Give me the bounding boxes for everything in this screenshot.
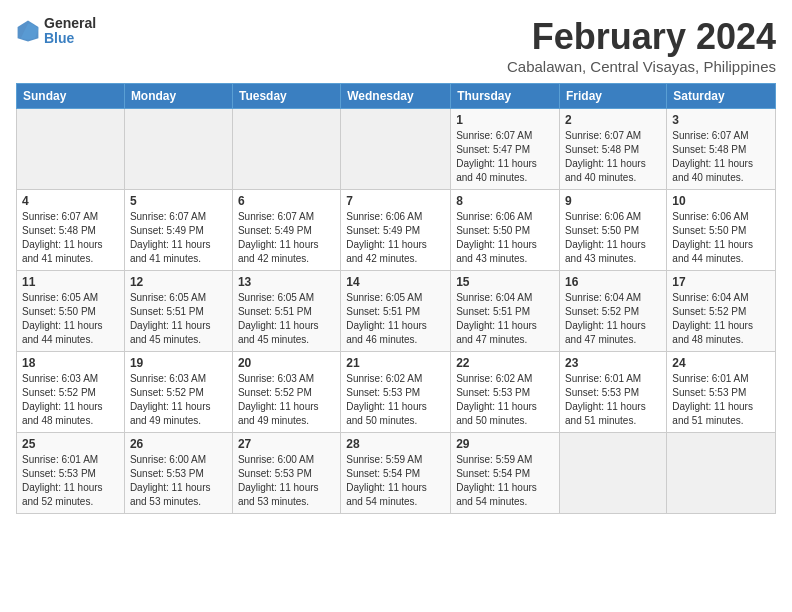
day-info: Sunrise: 6:04 AM Sunset: 5:52 PM Dayligh… <box>565 291 661 347</box>
day-info: Sunrise: 6:00 AM Sunset: 5:53 PM Dayligh… <box>238 453 335 509</box>
calendar-cell: 13Sunrise: 6:05 AM Sunset: 5:51 PM Dayli… <box>232 271 340 352</box>
day-info: Sunrise: 6:04 AM Sunset: 5:52 PM Dayligh… <box>672 291 770 347</box>
day-number: 4 <box>22 194 119 208</box>
calendar-week-row: 4Sunrise: 6:07 AM Sunset: 5:48 PM Daylig… <box>17 190 776 271</box>
day-info: Sunrise: 6:05 AM Sunset: 5:51 PM Dayligh… <box>238 291 335 347</box>
day-info: Sunrise: 6:07 AM Sunset: 5:47 PM Dayligh… <box>456 129 554 185</box>
day-number: 8 <box>456 194 554 208</box>
day-number: 19 <box>130 356 227 370</box>
day-number: 14 <box>346 275 445 289</box>
logo-text: General Blue <box>44 16 96 47</box>
day-info: Sunrise: 6:02 AM Sunset: 5:53 PM Dayligh… <box>346 372 445 428</box>
calendar-week-row: 1Sunrise: 6:07 AM Sunset: 5:47 PM Daylig… <box>17 109 776 190</box>
day-number: 15 <box>456 275 554 289</box>
day-number: 27 <box>238 437 335 451</box>
calendar-cell: 20Sunrise: 6:03 AM Sunset: 5:52 PM Dayli… <box>232 352 340 433</box>
day-number: 21 <box>346 356 445 370</box>
day-number: 20 <box>238 356 335 370</box>
calendar-cell: 12Sunrise: 6:05 AM Sunset: 5:51 PM Dayli… <box>124 271 232 352</box>
calendar-cell: 9Sunrise: 6:06 AM Sunset: 5:50 PM Daylig… <box>560 190 667 271</box>
day-info: Sunrise: 6:07 AM Sunset: 5:48 PM Dayligh… <box>672 129 770 185</box>
calendar-cell: 11Sunrise: 6:05 AM Sunset: 5:50 PM Dayli… <box>17 271 125 352</box>
calendar-cell: 28Sunrise: 5:59 AM Sunset: 5:54 PM Dayli… <box>341 433 451 514</box>
day-info: Sunrise: 6:02 AM Sunset: 5:53 PM Dayligh… <box>456 372 554 428</box>
calendar-table: SundayMondayTuesdayWednesdayThursdayFrid… <box>16 83 776 514</box>
logo: General Blue <box>16 16 96 47</box>
calendar-cell: 17Sunrise: 6:04 AM Sunset: 5:52 PM Dayli… <box>667 271 776 352</box>
calendar-cell: 21Sunrise: 6:02 AM Sunset: 5:53 PM Dayli… <box>341 352 451 433</box>
weekday-header: Wednesday <box>341 84 451 109</box>
calendar-cell: 24Sunrise: 6:01 AM Sunset: 5:53 PM Dayli… <box>667 352 776 433</box>
month-title: February 2024 <box>507 16 776 58</box>
day-info: Sunrise: 6:03 AM Sunset: 5:52 PM Dayligh… <box>238 372 335 428</box>
day-info: Sunrise: 6:04 AM Sunset: 5:51 PM Dayligh… <box>456 291 554 347</box>
weekday-header: Friday <box>560 84 667 109</box>
calendar-cell: 15Sunrise: 6:04 AM Sunset: 5:51 PM Dayli… <box>451 271 560 352</box>
day-number: 6 <box>238 194 335 208</box>
day-info: Sunrise: 6:07 AM Sunset: 5:48 PM Dayligh… <box>22 210 119 266</box>
day-info: Sunrise: 6:01 AM Sunset: 5:53 PM Dayligh… <box>565 372 661 428</box>
calendar-cell: 5Sunrise: 6:07 AM Sunset: 5:49 PM Daylig… <box>124 190 232 271</box>
weekday-header: Tuesday <box>232 84 340 109</box>
day-info: Sunrise: 6:03 AM Sunset: 5:52 PM Dayligh… <box>22 372 119 428</box>
day-info: Sunrise: 5:59 AM Sunset: 5:54 PM Dayligh… <box>456 453 554 509</box>
day-number: 16 <box>565 275 661 289</box>
day-number: 7 <box>346 194 445 208</box>
day-info: Sunrise: 6:05 AM Sunset: 5:51 PM Dayligh… <box>346 291 445 347</box>
calendar-cell: 4Sunrise: 6:07 AM Sunset: 5:48 PM Daylig… <box>17 190 125 271</box>
weekday-header: Saturday <box>667 84 776 109</box>
weekday-header: Sunday <box>17 84 125 109</box>
day-info: Sunrise: 6:00 AM Sunset: 5:53 PM Dayligh… <box>130 453 227 509</box>
calendar-cell: 6Sunrise: 6:07 AM Sunset: 5:49 PM Daylig… <box>232 190 340 271</box>
calendar-cell: 8Sunrise: 6:06 AM Sunset: 5:50 PM Daylig… <box>451 190 560 271</box>
calendar-cell: 27Sunrise: 6:00 AM Sunset: 5:53 PM Dayli… <box>232 433 340 514</box>
logo-icon <box>16 19 40 43</box>
day-info: Sunrise: 6:07 AM Sunset: 5:49 PM Dayligh… <box>238 210 335 266</box>
day-number: 2 <box>565 113 661 127</box>
location-title: Cabalawan, Central Visayas, Philippines <box>507 58 776 75</box>
day-number: 5 <box>130 194 227 208</box>
day-number: 13 <box>238 275 335 289</box>
day-number: 9 <box>565 194 661 208</box>
day-number: 25 <box>22 437 119 451</box>
calendar-cell: 22Sunrise: 6:02 AM Sunset: 5:53 PM Dayli… <box>451 352 560 433</box>
calendar-cell: 25Sunrise: 6:01 AM Sunset: 5:53 PM Dayli… <box>17 433 125 514</box>
calendar-cell <box>232 109 340 190</box>
calendar-cell <box>341 109 451 190</box>
day-number: 28 <box>346 437 445 451</box>
day-number: 24 <box>672 356 770 370</box>
day-info: Sunrise: 5:59 AM Sunset: 5:54 PM Dayligh… <box>346 453 445 509</box>
calendar-cell: 18Sunrise: 6:03 AM Sunset: 5:52 PM Dayli… <box>17 352 125 433</box>
day-info: Sunrise: 6:01 AM Sunset: 5:53 PM Dayligh… <box>22 453 119 509</box>
calendar-cell <box>560 433 667 514</box>
day-info: Sunrise: 6:05 AM Sunset: 5:50 PM Dayligh… <box>22 291 119 347</box>
day-info: Sunrise: 6:06 AM Sunset: 5:50 PM Dayligh… <box>456 210 554 266</box>
day-info: Sunrise: 6:07 AM Sunset: 5:49 PM Dayligh… <box>130 210 227 266</box>
day-number: 23 <box>565 356 661 370</box>
day-number: 29 <box>456 437 554 451</box>
day-number: 3 <box>672 113 770 127</box>
calendar-cell <box>667 433 776 514</box>
day-info: Sunrise: 6:06 AM Sunset: 5:50 PM Dayligh… <box>565 210 661 266</box>
day-number: 10 <box>672 194 770 208</box>
day-info: Sunrise: 6:07 AM Sunset: 5:48 PM Dayligh… <box>565 129 661 185</box>
calendar-cell: 26Sunrise: 6:00 AM Sunset: 5:53 PM Dayli… <box>124 433 232 514</box>
day-number: 18 <box>22 356 119 370</box>
title-section: February 2024 Cabalawan, Central Visayas… <box>507 16 776 75</box>
calendar-cell: 7Sunrise: 6:06 AM Sunset: 5:49 PM Daylig… <box>341 190 451 271</box>
calendar-cell: 19Sunrise: 6:03 AM Sunset: 5:52 PM Dayli… <box>124 352 232 433</box>
day-number: 17 <box>672 275 770 289</box>
calendar-cell <box>124 109 232 190</box>
calendar-cell: 2Sunrise: 6:07 AM Sunset: 5:48 PM Daylig… <box>560 109 667 190</box>
calendar-header-row: SundayMondayTuesdayWednesdayThursdayFrid… <box>17 84 776 109</box>
calendar-cell: 1Sunrise: 6:07 AM Sunset: 5:47 PM Daylig… <box>451 109 560 190</box>
day-number: 12 <box>130 275 227 289</box>
day-info: Sunrise: 6:01 AM Sunset: 5:53 PM Dayligh… <box>672 372 770 428</box>
day-number: 22 <box>456 356 554 370</box>
page-header: General Blue February 2024 Cabalawan, Ce… <box>16 16 776 75</box>
day-info: Sunrise: 6:06 AM Sunset: 5:50 PM Dayligh… <box>672 210 770 266</box>
calendar-cell: 23Sunrise: 6:01 AM Sunset: 5:53 PM Dayli… <box>560 352 667 433</box>
calendar-week-row: 11Sunrise: 6:05 AM Sunset: 5:50 PM Dayli… <box>17 271 776 352</box>
logo-general-text: General <box>44 16 96 31</box>
calendar-cell: 29Sunrise: 5:59 AM Sunset: 5:54 PM Dayli… <box>451 433 560 514</box>
